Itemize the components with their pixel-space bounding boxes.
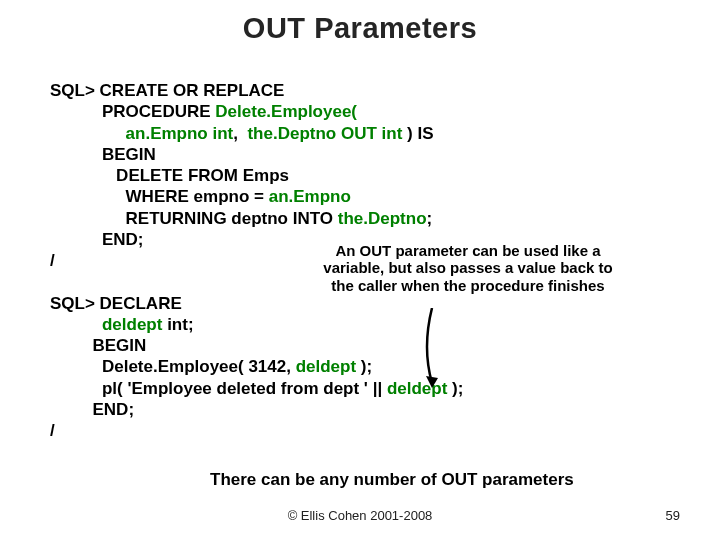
- empno-ref: an.Empno: [269, 187, 351, 206]
- param-in: an.Empno int: [126, 124, 234, 143]
- bottom-note: There can be any number of OUT parameter…: [210, 470, 574, 490]
- int-decl: int;: [162, 315, 193, 334]
- code-line: pl( 'Employee deleted from dept ' ||: [50, 379, 387, 398]
- slide-title: OUT Parameters: [0, 12, 720, 45]
- deldept-var: deldept: [102, 315, 162, 334]
- semi: ;: [427, 209, 433, 228]
- copyright-text: © Ellis Cohen 2001-2008: [0, 508, 720, 523]
- code-line: DELETE FROM Emps: [50, 166, 289, 185]
- code-line: Delete.Employee( 3142,: [50, 357, 296, 376]
- comma: ,: [233, 124, 247, 143]
- code-line: END;: [50, 230, 144, 249]
- code-line: PROCEDURE: [50, 102, 215, 121]
- page-number: 59: [666, 508, 680, 523]
- proc-name: Delete.Employee(: [215, 102, 357, 121]
- param-out: the.Deptno OUT int: [247, 124, 402, 143]
- indent: [50, 124, 126, 143]
- paren-semi: );: [447, 379, 463, 398]
- deptno-ref: the.Deptno: [338, 209, 427, 228]
- indent: [50, 315, 102, 334]
- code-line: END;: [50, 400, 134, 419]
- code-line: WHERE empno =: [50, 187, 269, 206]
- code-line: RETURNING deptno INTO: [50, 209, 338, 228]
- deldept-arg: deldept: [296, 357, 356, 376]
- code-line: SQL> DECLARE: [50, 294, 182, 313]
- deldept-concat: deldept: [387, 379, 447, 398]
- paren-semi: );: [356, 357, 372, 376]
- code-line: /: [50, 251, 55, 270]
- code-line: BEGIN: [50, 145, 156, 164]
- code-line: BEGIN: [50, 336, 146, 355]
- code-line: SQL> CREATE OR REPLACE: [50, 81, 284, 100]
- callout-box: An OUT parameter can be used like a vari…: [314, 240, 622, 296]
- code-line: /: [50, 421, 55, 440]
- paren-is: ) IS: [402, 124, 433, 143]
